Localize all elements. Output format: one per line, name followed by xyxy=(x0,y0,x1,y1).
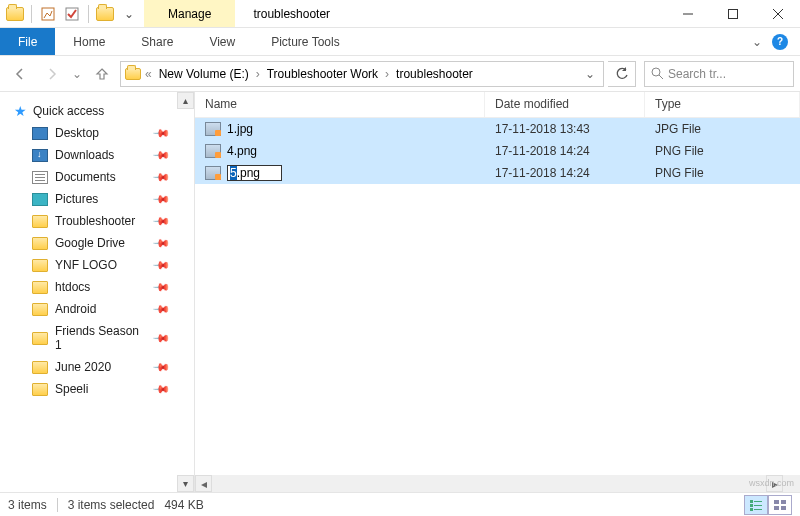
help-icon[interactable]: ? xyxy=(772,34,788,50)
file-date: 17-11-2018 13:43 xyxy=(485,122,645,136)
watermark: wsxdn.com xyxy=(749,478,794,488)
navigation-pane: ▴ ★ Quick access Desktop 📌 Downloads 📌 D… xyxy=(0,92,195,492)
back-button[interactable] xyxy=(6,60,34,88)
search-placeholder: Search tr... xyxy=(668,67,726,81)
tab-file[interactable]: File xyxy=(0,28,55,55)
status-bar: 3 items 3 items selected 494 KB xyxy=(0,492,800,516)
image-file-icon xyxy=(205,166,221,180)
folder-open-icon[interactable] xyxy=(94,3,116,25)
scroll-left-icon[interactable]: ◂ xyxy=(195,475,212,492)
file-type: PNG File xyxy=(645,144,800,158)
svg-rect-12 xyxy=(750,508,753,511)
folder-icon xyxy=(32,215,48,228)
properties-icon[interactable] xyxy=(37,3,59,25)
quick-access-header[interactable]: ★ Quick access xyxy=(10,100,194,122)
column-header-name[interactable]: Name xyxy=(195,92,485,117)
pin-icon: 📌 xyxy=(151,233,170,252)
sidebar-item[interactable]: htdocs 📌 xyxy=(10,276,194,298)
quick-access-label: Quick access xyxy=(33,104,104,118)
svg-point-6 xyxy=(652,68,660,76)
address-bar[interactable]: « New Volume (E:) › Troubleshooter Work … xyxy=(120,61,604,87)
sidebar-item[interactable]: Friends Season 1 📌 xyxy=(10,320,194,356)
pin-icon: 📌 xyxy=(151,123,170,142)
breadcrumb-segment[interactable]: Troubleshooter Work xyxy=(264,67,381,81)
sidebar-item[interactable]: YNF LOGO 📌 xyxy=(10,254,194,276)
sidebar-item[interactable]: Troubleshooter 📌 xyxy=(10,210,194,232)
scroll-down-button[interactable]: ▾ xyxy=(177,475,194,492)
sidebar-item-label: Friends Season 1 xyxy=(55,324,147,352)
rename-input[interactable]: 5.png xyxy=(227,165,282,181)
folder-icon xyxy=(32,237,48,250)
folder-icon xyxy=(32,259,48,272)
scroll-up-button[interactable]: ▴ xyxy=(177,92,194,109)
minimize-button[interactable] xyxy=(665,0,710,28)
pin-icon: 📌 xyxy=(151,145,170,164)
svg-rect-17 xyxy=(781,506,786,510)
refresh-button[interactable] xyxy=(608,61,636,87)
svg-rect-10 xyxy=(750,504,753,507)
sidebar-item-label: Documents xyxy=(55,170,116,184)
tab-picture-tools[interactable]: Picture Tools xyxy=(253,28,357,55)
close-button[interactable] xyxy=(755,0,800,28)
sidebar-item-label: Speeli xyxy=(55,382,88,396)
forward-button[interactable] xyxy=(38,60,66,88)
pin-icon: 📌 xyxy=(151,255,170,274)
svg-rect-11 xyxy=(754,505,762,506)
context-tab-manage[interactable]: Manage xyxy=(144,0,235,27)
breadcrumb-segment[interactable]: troubleshooter xyxy=(393,67,476,81)
file-date: 17-11-2018 14:24 xyxy=(485,166,645,180)
chevron-right-icon[interactable]: › xyxy=(383,67,391,81)
sidebar-item[interactable]: Android 📌 xyxy=(10,298,194,320)
horizontal-scrollbar[interactable]: ◂ ▸ xyxy=(195,475,783,492)
view-thumbnails-button[interactable] xyxy=(768,495,792,515)
file-name: 4.png xyxy=(227,144,257,158)
search-input[interactable]: Search tr... xyxy=(644,61,794,87)
view-details-button[interactable] xyxy=(744,495,768,515)
status-selection-count: 3 items selected xyxy=(68,498,155,512)
file-date: 17-11-2018 14:24 xyxy=(485,144,645,158)
pin-icon: 📌 xyxy=(151,167,170,186)
ribbon-tabs: File Home Share View Picture Tools ⌄ ? xyxy=(0,28,800,56)
svg-rect-8 xyxy=(750,500,753,503)
recent-dropdown-icon[interactable]: ⌄ xyxy=(70,60,84,88)
column-header-type[interactable]: Type xyxy=(645,92,800,117)
sidebar-item[interactable]: Google Drive 📌 xyxy=(10,232,194,254)
pin-icon: 📌 xyxy=(151,328,170,347)
svg-rect-13 xyxy=(754,509,762,510)
sidebar-item[interactable]: Pictures 📌 xyxy=(10,188,194,210)
pin-icon: 📌 xyxy=(151,277,170,296)
sidebar-item[interactable]: Speeli 📌 xyxy=(10,378,194,400)
sidebar-item[interactable]: June 2020 📌 xyxy=(10,356,194,378)
file-row[interactable]: 4.png 17-11-2018 14:24 PNG File xyxy=(195,140,800,162)
pin-icon: 📌 xyxy=(151,357,170,376)
column-header-date[interactable]: Date modified xyxy=(485,92,645,117)
folder-icon[interactable] xyxy=(4,3,26,25)
star-icon: ★ xyxy=(14,103,27,119)
file-type: PNG File xyxy=(645,166,800,180)
tab-share[interactable]: Share xyxy=(123,28,191,55)
qat-dropdown-icon[interactable]: ⌄ xyxy=(118,3,140,25)
pics-icon xyxy=(32,193,48,206)
folder-icon xyxy=(125,68,141,80)
maximize-button[interactable] xyxy=(710,0,755,28)
tab-home[interactable]: Home xyxy=(55,28,123,55)
docs-icon xyxy=(32,171,48,184)
pin-icon: 📌 xyxy=(151,211,170,230)
file-row[interactable]: 5.png 17-11-2018 14:24 PNG File xyxy=(195,162,800,184)
sidebar-item-label: Desktop xyxy=(55,126,99,140)
checkbox-icon[interactable] xyxy=(61,3,83,25)
sidebar-item[interactable]: Documents 📌 xyxy=(10,166,194,188)
sidebar-item-label: Downloads xyxy=(55,148,114,162)
chevron-right-icon[interactable]: › xyxy=(254,67,262,81)
ribbon-expand-icon[interactable]: ⌄ xyxy=(752,35,762,49)
tab-view[interactable]: View xyxy=(191,28,253,55)
pin-icon: 📌 xyxy=(151,379,170,398)
breadcrumb-overflow[interactable]: « xyxy=(143,67,154,81)
up-button[interactable] xyxy=(88,60,116,88)
sidebar-item[interactable]: Desktop 📌 xyxy=(10,122,194,144)
file-row[interactable]: 1.jpg 17-11-2018 13:43 JPG File xyxy=(195,118,800,140)
sidebar-item[interactable]: Downloads 📌 xyxy=(10,144,194,166)
address-dropdown-icon[interactable]: ⌄ xyxy=(581,67,599,81)
desktop-icon xyxy=(32,127,48,140)
breadcrumb-segment[interactable]: New Volume (E:) xyxy=(156,67,252,81)
